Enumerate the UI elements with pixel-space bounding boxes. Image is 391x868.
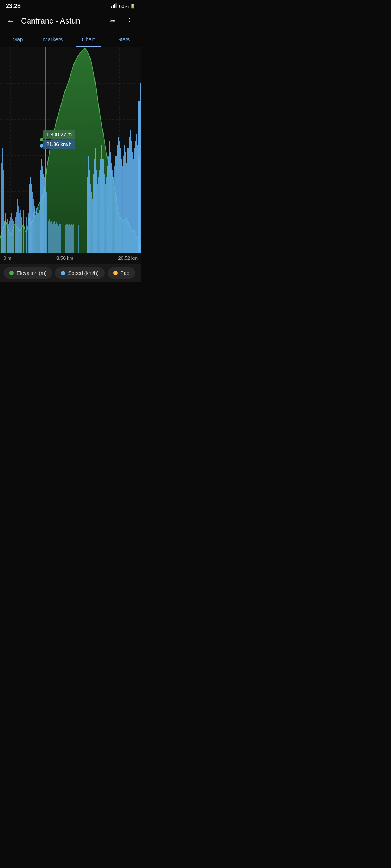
svg-rect-87: [69, 224, 70, 253]
svg-rect-37: [21, 217, 22, 253]
svg-rect-39: [23, 210, 24, 253]
svg-rect-111: [102, 159, 104, 253]
page-title: Canfranc - Astun: [21, 16, 102, 26]
svg-rect-65: [46, 192, 47, 253]
tab-stats[interactable]: Stats: [106, 31, 142, 47]
svg-rect-137: [131, 141, 132, 253]
elevation-legend-label: Elevation (m): [17, 270, 46, 276]
svg-rect-146: [138, 101, 140, 253]
svg-rect-2: [114, 4, 115, 8]
x-axis-right: 20.52 km: [118, 255, 138, 261]
svg-rect-29: [13, 221, 14, 253]
svg-rect-121: [113, 177, 114, 253]
speed-dot: [40, 144, 43, 148]
status-icons: 60% 🔋: [111, 3, 135, 9]
svg-rect-124: [117, 145, 118, 253]
svg-rect-46: [29, 184, 30, 253]
svg-rect-70: [51, 221, 52, 253]
chart-area[interactable]: 1,800.27 m 21.86 km/h: [0, 47, 141, 253]
svg-rect-88: [70, 225, 71, 253]
svg-rect-131: [124, 145, 125, 253]
svg-rect-135: [129, 137, 130, 253]
svg-rect-120: [112, 170, 113, 253]
svg-rect-141: [135, 141, 136, 253]
legend-speed[interactable]: Speed (km/h): [55, 267, 104, 279]
svg-rect-48: [31, 184, 32, 253]
svg-rect-122: [114, 166, 115, 253]
svg-rect-76: [57, 224, 58, 253]
svg-rect-134: [127, 148, 129, 253]
back-button[interactable]: ←: [5, 14, 17, 27]
svg-rect-17: [1, 163, 2, 253]
svg-rect-106: [97, 184, 98, 253]
x-axis-mid: 8.56 km: [56, 255, 73, 261]
svg-rect-117: [109, 141, 110, 253]
svg-rect-101: [92, 199, 93, 253]
svg-rect-78: [59, 224, 60, 253]
speed-legend-dot: [61, 271, 65, 275]
chart-svg: [0, 47, 141, 253]
tab-markers[interactable]: Markers: [35, 31, 71, 47]
svg-rect-143: [137, 145, 138, 253]
svg-rect-108: [99, 170, 100, 253]
speed-legend-label: Speed (km/h): [68, 270, 98, 276]
svg-rect-123: [115, 156, 117, 253]
svg-rect-97: [88, 156, 89, 253]
edit-button[interactable]: ✏: [107, 15, 119, 27]
svg-rect-127: [120, 148, 121, 253]
svg-rect-25: [9, 221, 10, 253]
svg-rect-114: [106, 177, 107, 253]
svg-rect-68: [49, 219, 50, 253]
legend-pace[interactable]: Pac: [108, 267, 135, 279]
svg-rect-44: [28, 210, 28, 253]
svg-rect-41: [25, 206, 25, 253]
svg-rect-58: [39, 210, 40, 253]
svg-rect-110: [101, 145, 102, 253]
svg-rect-84: [66, 224, 67, 253]
svg-rect-67: [48, 221, 49, 253]
svg-rect-80: [62, 224, 62, 253]
svg-rect-139: [133, 159, 134, 253]
svg-rect-86: [68, 225, 69, 253]
svg-rect-129: [122, 166, 123, 253]
tab-chart[interactable]: Chart: [71, 31, 106, 47]
svg-rect-74: [55, 224, 56, 253]
svg-rect-77: [58, 226, 59, 253]
svg-rect-69: [50, 222, 51, 253]
svg-rect-20: [4, 221, 5, 253]
svg-rect-52: [35, 212, 35, 253]
top-bar: ← Canfranc - Astun ✏ ⋮: [0, 11, 141, 31]
svg-rect-63: [44, 177, 45, 253]
svg-rect-92: [75, 224, 75, 253]
svg-rect-96: [87, 177, 88, 253]
svg-rect-89: [71, 224, 72, 253]
svg-rect-53: [35, 215, 36, 253]
svg-rect-130: [123, 156, 124, 253]
svg-rect-64: [45, 140, 46, 253]
svg-rect-57: [38, 213, 39, 253]
svg-rect-125: [118, 137, 119, 253]
tab-map[interactable]: Map: [0, 31, 35, 47]
tooltip-elevation: 1,800.27 m: [43, 130, 75, 139]
svg-rect-136: [130, 130, 131, 253]
svg-rect-35: [19, 213, 20, 253]
more-button[interactable]: ⋮: [123, 15, 136, 27]
signal-icon: [111, 3, 118, 9]
svg-rect-118: [110, 152, 111, 253]
legend-elevation[interactable]: Elevation (m): [4, 267, 52, 279]
svg-rect-21: [5, 213, 6, 253]
svg-rect-95: [78, 225, 79, 253]
svg-rect-105: [96, 170, 97, 253]
svg-rect-132: [125, 152, 126, 253]
svg-rect-1: [113, 5, 114, 8]
svg-rect-24: [8, 224, 9, 253]
pace-legend-label: Pac: [121, 270, 129, 276]
legend-bar: Elevation (m) Speed (km/h) Pac: [0, 264, 141, 282]
svg-rect-34: [18, 206, 19, 253]
svg-rect-23: [7, 219, 8, 253]
svg-rect-26: [10, 217, 11, 253]
x-axis: 0 m 8.56 km 20.52 km: [0, 253, 141, 264]
x-axis-left: 0 m: [4, 255, 12, 261]
elevation-legend-dot: [9, 271, 14, 275]
svg-rect-60: [41, 159, 42, 253]
